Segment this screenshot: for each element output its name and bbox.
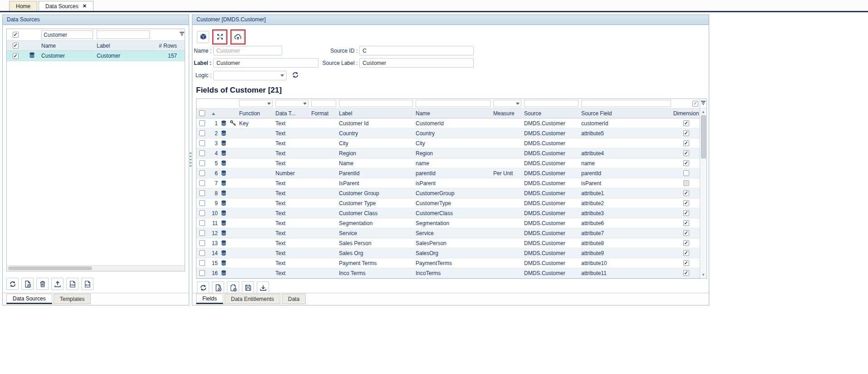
- upload-button[interactable]: [51, 278, 64, 290]
- row-select-checkbox[interactable]: [196, 118, 207, 128]
- row-checkbox[interactable]: [13, 53, 19, 59]
- row-select-checkbox[interactable]: [196, 198, 207, 208]
- field-row-CustomerClass[interactable]: 10TextCustomer ClassCustomerClassDMDS.Cu…: [196, 208, 700, 218]
- field-row-CustomerId[interactable]: 1KeyTextCustomer IdCustomerIdDMDS.Custom…: [196, 118, 700, 128]
- dimension-checkbox[interactable]: [672, 138, 700, 148]
- field-row-IncoTerms[interactable]: 16TextInco TermsIncoTermsDMDS.Customerat…: [196, 268, 700, 278]
- tab-data-sources[interactable]: Data Sources ✕: [39, 1, 93, 11]
- row-select-checkbox[interactable]: [196, 208, 207, 218]
- horizontal-scrollbar-thumb[interactable]: [8, 266, 92, 270]
- dimension-checkbox[interactable]: [672, 258, 700, 268]
- vertical-scrollbar[interactable]: ▲ ▼: [700, 99, 706, 278]
- column-header-name[interactable]: Name: [414, 108, 492, 118]
- row-select-checkbox[interactable]: [196, 158, 207, 168]
- column-header-label[interactable]: Label: [338, 108, 414, 118]
- label-filter-input[interactable]: [339, 100, 413, 107]
- tab-templates[interactable]: Templates: [54, 294, 91, 304]
- sort-ascending-icon[interactable]: [211, 110, 216, 117]
- column-header-measure[interactable]: Measure: [492, 108, 523, 118]
- tab-data-sources-bottom[interactable]: Data Sources: [6, 294, 52, 304]
- column-header-function[interactable]: Function: [238, 108, 274, 118]
- column-header-format[interactable]: Format: [310, 108, 338, 118]
- dimension-checkbox[interactable]: [672, 248, 700, 258]
- add-datasource-button[interactable]: [21, 278, 34, 290]
- name-filter-input[interactable]: [416, 100, 490, 107]
- field-row-Segmentation[interactable]: 11TextSegmentationSegmentationDMDS.Custo…: [196, 218, 700, 228]
- row-select-checkbox[interactable]: [196, 178, 207, 188]
- function-filter-select[interactable]: [239, 100, 273, 107]
- datasource-row-customer[interactable]: Customer Customer 157: [7, 51, 185, 61]
- filter-icon[interactable]: [700, 100, 706, 108]
- download-fields-button[interactable]: [257, 281, 269, 293]
- dimension-checkbox[interactable]: [672, 208, 700, 218]
- dimension-checkbox[interactable]: [672, 128, 700, 138]
- export-xls-button[interactable]: XLS: [81, 278, 93, 290]
- dimension-checkbox[interactable]: [672, 238, 700, 248]
- field-row-PaymentTerms[interactable]: 15TextPayment TermsPaymentTermsDMDS.Cust…: [196, 258, 700, 268]
- column-header-name[interactable]: Name: [39, 41, 95, 50]
- dimension-checkbox[interactable]: [672, 158, 700, 168]
- dimension-checkbox[interactable]: [672, 218, 700, 228]
- field-row-CustomerGroup[interactable]: 8TextCustomer GroupCustomerGroupDMDS.Cus…: [196, 188, 700, 198]
- publish-button[interactable]: [232, 31, 244, 43]
- scroll-up-button[interactable]: ▲: [700, 108, 706, 115]
- column-header-source[interactable]: Source: [523, 108, 580, 118]
- field-row-Country[interactable]: 2TextCountryCountryDMDS.Customerattribut…: [196, 128, 700, 138]
- row-select-checkbox[interactable]: [196, 188, 207, 198]
- dimension-checkbox[interactable]: [672, 188, 700, 198]
- field-row-name[interactable]: 5TextNamenameDMDS.Customername: [196, 158, 700, 168]
- export-csv-button[interactable]: CSV: [66, 278, 78, 290]
- source-id-input[interactable]: [359, 46, 474, 55]
- dimension-checkbox[interactable]: [672, 228, 700, 238]
- data-type-filter-select[interactable]: [275, 100, 309, 107]
- close-tab-icon[interactable]: ✕: [83, 4, 87, 9]
- tab-data-entitlements[interactable]: Data Entitlements: [225, 294, 280, 304]
- refresh-logic-button[interactable]: [290, 70, 300, 80]
- column-header-data-type[interactable]: Data T...: [274, 108, 310, 118]
- field-row-SalesPerson[interactable]: 13TextSales PersonSalesPersonDMDS.Custom…: [196, 238, 700, 248]
- column-header-label[interactable]: Label: [95, 41, 152, 50]
- column-header-rows[interactable]: # Rows: [152, 41, 179, 50]
- dimension-filter-checkbox-icon[interactable]: [692, 101, 698, 107]
- column-header-source-field[interactable]: Source Field: [580, 108, 672, 118]
- vertical-scrollbar-thumb[interactable]: [701, 115, 706, 158]
- tab-home[interactable]: Home: [9, 1, 37, 11]
- dimension-checkbox[interactable]: [672, 198, 700, 208]
- row-select-checkbox[interactable]: [196, 168, 207, 178]
- label-filter-input[interactable]: [97, 30, 150, 39]
- name-input[interactable]: [213, 46, 282, 55]
- copy-field-button[interactable]: [227, 281, 239, 293]
- row-select-checkbox[interactable]: [196, 228, 207, 238]
- source-field-filter-input[interactable]: [581, 100, 671, 107]
- row-select-checkbox[interactable]: [196, 268, 207, 278]
- dimension-checkbox[interactable]: [672, 148, 700, 158]
- row-select-checkbox[interactable]: [196, 238, 207, 248]
- select-all-fields-checkbox[interactable]: [199, 110, 205, 116]
- save-fields-button[interactable]: [242, 281, 254, 293]
- column-header-dimension[interactable]: Dimension: [672, 108, 700, 118]
- scroll-down-button[interactable]: ▼: [700, 271, 706, 278]
- refresh-button[interactable]: [6, 278, 19, 290]
- field-row-City[interactable]: 3TextCityCityDMDS.Customer: [196, 138, 700, 148]
- expand-button[interactable]: [214, 31, 226, 43]
- field-row-CustomerType[interactable]: 9TextCustomer TypeCustomerTypeDMDS.Custo…: [196, 198, 700, 208]
- dimension-checkbox[interactable]: [672, 118, 700, 128]
- dimension-checkbox[interactable]: [672, 178, 700, 188]
- source-filter-input[interactable]: [524, 100, 579, 107]
- tab-fields[interactable]: Fields: [196, 294, 223, 304]
- dimension-checkbox[interactable]: [672, 268, 700, 278]
- row-select-checkbox[interactable]: [196, 258, 207, 268]
- field-row-Service[interactable]: 12TextServiceServiceDMDS.Customerattribu…: [196, 228, 700, 238]
- field-row-parentId[interactable]: 6NumberParentIdparentIdPer UnitDMDS.Cust…: [196, 168, 700, 178]
- field-row-SalesOrg[interactable]: 14TextSales OrgSalesOrgDMDS.Customerattr…: [196, 248, 700, 258]
- logic-select[interactable]: [213, 71, 287, 80]
- horizontal-scrollbar[interactable]: [7, 265, 185, 271]
- row-select-checkbox[interactable]: [196, 218, 207, 228]
- row-select-checkbox[interactable]: [196, 248, 207, 258]
- name-filter-input[interactable]: [41, 30, 93, 39]
- field-row-isParent[interactable]: 7TextIsParentisParentDMDS.CustomerisPare…: [196, 178, 700, 188]
- add-field-button[interactable]: [212, 281, 224, 293]
- format-filter-input[interactable]: [311, 100, 336, 107]
- row-select-checkbox[interactable]: [196, 148, 207, 158]
- filter-icon[interactable]: [179, 31, 185, 39]
